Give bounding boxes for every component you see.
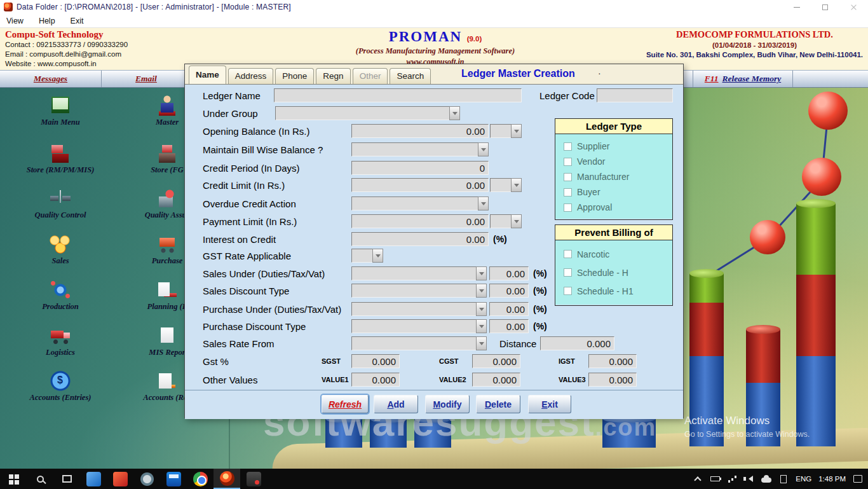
bar-segment-red	[689, 303, 724, 356]
chevron-down-icon	[476, 302, 487, 316]
battery-status[interactable]	[710, 474, 720, 484]
checkbox-schedule-h[interactable]	[564, 268, 572, 277]
volume-status[interactable]	[744, 474, 754, 484]
sales-under-pct-input[interactable]: 0.00	[489, 266, 529, 280]
row-credit-period: Credit Period (In Days) 0	[203, 160, 489, 176]
checkbox-schedule-h1[interactable]	[564, 287, 572, 295]
sales-rate-from-label: Sales Rate From	[203, 338, 351, 349]
email-link[interactable]: Email	[102, 71, 191, 87]
checkbox-row-manufacturer: Manufacturer	[564, 169, 672, 184]
task-view-button[interactable]	[53, 469, 80, 489]
delete-button[interactable]: Delete	[476, 395, 520, 413]
checkbox-label: Narcotic	[577, 249, 609, 259]
sidebar-item-main-menu[interactable]: Main Menu	[19, 95, 102, 127]
purchase-under-select[interactable]	[351, 302, 487, 316]
purchase-under-pct-input[interactable]: 0.00	[489, 302, 529, 316]
language-indicator[interactable]: ENG	[796, 475, 811, 483]
chevron-down-icon	[478, 142, 489, 156]
menu-view[interactable]: View	[6, 17, 24, 25]
overdue-action-select[interactable]	[351, 196, 489, 210]
taskbar-app-1[interactable]	[80, 469, 107, 489]
taskbar-app-3[interactable]	[133, 469, 160, 489]
messages-link[interactable]: Messages	[0, 71, 102, 87]
onedrive-status[interactable]	[761, 474, 771, 484]
sales-under-select[interactable]	[351, 266, 487, 280]
notification-item[interactable]	[778, 474, 789, 484]
tab-address[interactable]: Address	[228, 68, 274, 84]
opening-balance-input[interactable]: 0.00	[351, 124, 489, 138]
tab-other[interactable]: Other	[353, 68, 388, 84]
checkbox-narcotic[interactable]	[564, 250, 572, 258]
sidebar-item-quality-control[interactable]: Quality Control	[19, 188, 102, 220]
menu-exit[interactable]: Exit	[71, 17, 84, 25]
menu-help[interactable]: Help	[39, 17, 55, 25]
purchase-discount-pct-input[interactable]: 0.00	[489, 319, 529, 333]
ledger-code-input[interactable]	[597, 88, 673, 102]
taskbar-app-2[interactable]	[107, 469, 133, 489]
sales-discount-pct-input[interactable]: 0.00	[489, 284, 529, 298]
sgst-input[interactable]: 0.000	[351, 354, 400, 368]
maximize-button[interactable]	[811, 0, 839, 14]
value1-input[interactable]: 0.000	[351, 373, 400, 387]
taskbar-app-proman-active[interactable]	[214, 469, 240, 489]
maintain-bill-select[interactable]	[351, 142, 489, 156]
windows-logo-icon	[9, 474, 13, 479]
cgst-input[interactable]: 0.000	[472, 354, 520, 368]
payment-limit-input[interactable]: 0.00	[351, 214, 489, 228]
sidebar-item-store-rm-pm-mis[interactable]: Store (RM/PM/MIS)	[19, 143, 102, 175]
credit-period-input[interactable]: 0	[351, 161, 489, 175]
network-status[interactable]	[727, 474, 737, 484]
checkbox-buyer[interactable]	[564, 188, 572, 196]
app-icon[interactable]	[4, 3, 13, 11]
sidebar-item-label: Sales	[19, 256, 102, 266]
purchase-discount-select[interactable]	[351, 319, 487, 333]
add-button[interactable]: Add	[374, 395, 418, 413]
sidebar-item-label: Production	[19, 302, 102, 312]
gst-rate-select[interactable]	[351, 249, 383, 263]
credit-limit-drcr-select[interactable]	[490, 178, 522, 192]
release-memory-link[interactable]: F11 Release Memory	[693, 71, 793, 87]
client-name: DEMOCOMP FORMULATIONS LTD.	[645, 29, 864, 40]
exit-button[interactable]: Exit	[528, 395, 571, 413]
distance-input[interactable]: 0.000	[540, 336, 614, 350]
checkbox-manufacturer[interactable]	[564, 173, 572, 181]
action-center-button[interactable]	[853, 474, 863, 484]
checkbox-label: Schedule - H1	[577, 286, 634, 296]
opening-balance-drcr-select[interactable]	[490, 124, 522, 138]
credit-limit-input[interactable]: 0.00	[351, 178, 489, 192]
payment-limit-drcr-select[interactable]	[490, 214, 522, 228]
tab-regn[interactable]: Regn	[316, 68, 350, 84]
row-maintain-bill: Maintain Bill Wise Balance ?	[203, 142, 489, 157]
minimize-button[interactable]	[782, 0, 811, 14]
checkbox-vendor[interactable]	[564, 158, 572, 166]
sidebar-item-production[interactable]: Production	[19, 280, 102, 312]
value3-input[interactable]: 0.000	[588, 373, 637, 387]
tab-search[interactable]: Search	[390, 68, 431, 84]
tray-overflow-button[interactable]	[693, 474, 703, 484]
modify-button[interactable]: Modify	[425, 395, 470, 413]
taskbar-app-chrome[interactable]	[187, 469, 214, 489]
checkbox-approval[interactable]	[564, 203, 572, 212]
checkbox-supplier[interactable]	[564, 142, 572, 151]
interest-credit-input[interactable]: 0.00	[351, 232, 489, 246]
ledger-name-input[interactable]	[274, 88, 522, 102]
tab-name[interactable]: Name	[189, 65, 226, 84]
tab-phone[interactable]: Phone	[275, 68, 314, 84]
clock[interactable]: 1:48 PM	[818, 475, 846, 483]
close-button[interactable]	[839, 0, 868, 14]
sales-rate-from-select[interactable]	[351, 336, 487, 350]
minimize-icon	[794, 7, 800, 8]
taskbar-app-4[interactable]	[160, 469, 187, 489]
taskbar-search-button[interactable]	[27, 469, 53, 489]
chevron-down-icon	[478, 196, 489, 210]
under-group-select[interactable]	[275, 106, 460, 120]
sidebar-item-logistics[interactable]: Logistics	[19, 326, 102, 357]
sales-discount-select[interactable]	[351, 284, 487, 298]
value2-input[interactable]: 0.000	[472, 373, 520, 387]
refresh-button[interactable]: Refresh	[322, 395, 369, 413]
sidebar-item-sales[interactable]: Sales	[19, 234, 102, 266]
sidebar-item-accounts-entries[interactable]: Accounts (Entries)	[19, 371, 102, 403]
taskbar-app-5[interactable]	[240, 469, 267, 489]
start-button[interactable]	[0, 469, 27, 489]
sidebar-item-label: Store (RM/PM/MIS)	[19, 165, 102, 175]
